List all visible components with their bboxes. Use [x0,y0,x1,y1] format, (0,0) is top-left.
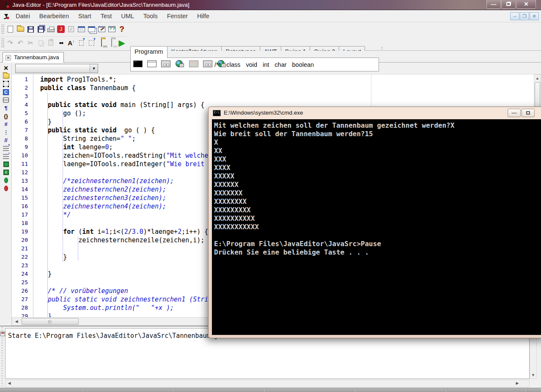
selection-frame-icon[interactable] [2,80,10,88]
window-restore-button[interactable] [501,0,516,9]
menu-item-uml[interactable]: UML [116,11,139,22]
method-combobox[interactable]: ▼ [15,64,98,73]
output-horizontal-scrollbar[interactable]: ◀ ▶ [5,380,530,387]
output-panel-icon[interactable] [0,332,5,336]
code-line[interactable]: 2public class Tannenbaum { [12,84,534,92]
line-number: 20 [12,236,30,244]
print-icon[interactable] [46,24,56,34]
scroll-up-icon[interactable]: ▲ [534,75,541,82]
hash-numbers-icon[interactable]: # [2,121,10,128]
code-text: /*zeichnesternchen1(zeichen); [30,177,174,185]
console-output[interactable]: Mit welchen zeichen soll der Tannenbaum … [212,119,541,335]
output-text: Starte E:\Program Files\JavaEditor\JavaS… [8,332,230,340]
block-marker-info-icon[interactable]: i [2,169,10,176]
menu-item-bearbeiten[interactable]: Bearbeiten [35,11,74,22]
toolbar-gripper[interactable] [3,38,4,48]
interface-view-icon[interactable] [76,24,86,34]
palette-snippet-boolean[interactable]: boolean [292,61,314,68]
line-number: 21 [12,244,30,253]
console-line: XX [214,147,454,155]
menu-item-datei[interactable]: Datei [11,11,35,22]
dialog-icon[interactable] [161,60,171,68]
save-icon[interactable] [25,24,36,34]
braces-icon[interactable]: {} [2,112,10,120]
output-panel-gripper[interactable] [0,327,5,389]
mdi-restore-button[interactable]: ❐ [520,12,529,20]
font-size-icon[interactable]: A↕ [66,38,76,48]
save-all-icon[interactable] [36,24,46,34]
file-tab-close-icon[interactable]: ✕ [5,55,11,60]
paragraph-marks-icon[interactable]: ¶ [2,104,10,112]
menu-item-test[interactable]: Test [96,11,117,22]
run-icon[interactable]: ▶ [117,38,127,48]
chevron-down-icon[interactable]: ▼ [90,64,98,73]
code-line[interactable]: 1import Prog1Tools.*; [12,75,534,84]
folder-search-icon[interactable] [2,72,10,79]
checklist-window-icon[interactable]: ✓✓ [107,24,117,34]
panel-icon[interactable] [189,60,199,68]
menu-items: DateiBearbeitenStartTestUMLToolsFensterH… [11,11,214,22]
search-icon[interactable]: ●● [56,38,66,48]
redo-icon[interactable]: ↷ [5,38,15,48]
window-minimize-button[interactable]: — [486,0,501,9]
editor-hscroll-thumb[interactable] [22,318,79,325]
applet-icon[interactable] [175,60,185,68]
code-text: zeichnesternchenzeile(zeichen,i); [30,236,204,244]
toolbar-row-main: J✓✓✓? [5,24,127,36]
scroll-left-icon[interactable]: ◀ [13,318,20,325]
mdi-minimize-button[interactable]: – [510,12,519,20]
jdk-icon[interactable]: J [56,24,66,34]
build-console-icon[interactable] [96,24,107,34]
file-tab-tannenbaum[interactable]: ✕ Tannenbaum.java [3,52,64,63]
menu-item-hilfe[interactable]: Hilfe [192,11,214,22]
toolbar-gripper[interactable] [1,38,3,48]
copy-icon[interactable] [36,38,46,48]
scroll-down-icon[interactable]: ▼ [530,372,536,378]
class-wizard-icon[interactable]: C [2,88,10,96]
toolbar-gripper[interactable] [3,25,4,35]
indent-decrease-icon[interactable] [2,153,10,160]
bug-red-icon[interactable] [2,185,10,192]
scroll-right-icon[interactable]: ▶ [514,380,521,387]
close-icon[interactable]: ✕ [2,64,10,71]
structure-lines-icon[interactable]: ⋮ [2,129,10,136]
insert-control-alt-icon[interactable] [86,38,96,48]
help-icon[interactable]: ? [117,24,127,34]
mdi-close-button[interactable]: ✕ [530,12,539,20]
menu-item-tools[interactable]: Tools [139,11,162,22]
console-minimize-button[interactable]: — [508,109,521,117]
new-file-icon[interactable] [5,24,15,34]
menu-item-fenster[interactable]: Fenster [162,11,192,22]
palette-snippet-char[interactable]: char [275,61,286,68]
palette-snippet-[interactable]: /** [214,61,221,68]
tab-programm[interactable]: Programm [130,46,168,58]
block-marker-icon[interactable] [2,161,10,168]
palette-snippet-void[interactable]: void [246,61,257,68]
structure-rows-icon[interactable] [2,96,10,104]
frame-icon[interactable] [147,60,157,68]
palette-snippet-class[interactable]: class [226,61,240,68]
console-maximize-button[interactable] [522,109,535,117]
console-program-icon[interactable] [133,60,143,68]
undo-icon[interactable]: ↶ [15,38,25,48]
toolbar-gripper[interactable] [1,25,3,35]
io-folder-icon[interactable]: 101 [96,38,107,48]
paste-icon[interactable] [46,38,56,48]
palette-snippet-int[interactable]: int [263,61,269,68]
menu-item-start[interactable]: Start [74,11,96,22]
bug-green-icon[interactable] [2,177,10,184]
code-line[interactable]: 3 [12,92,534,101]
window-close-button[interactable]: ✕ [516,0,536,9]
cut-icon[interactable]: ✂ [25,38,36,48]
mdi-child-icon[interactable] [3,13,10,20]
windows-cascade-icon[interactable] [86,24,96,34]
cmd-console-window[interactable]: C:\ E:\Windows\system32\cmd.exe — Mit we… [208,107,541,338]
console-title-bar[interactable]: C:\ E:\Windows\system32\cmd.exe — [209,107,541,119]
syntax-check-icon[interactable]: ✓ [66,24,76,34]
insert-control-icon[interactable] [76,38,86,48]
open-file-icon[interactable] [15,24,25,34]
scroll-left-icon[interactable]: ◀ [6,380,13,387]
line-number: 13 [12,177,30,185]
io-folder-disabled-icon[interactable]: 101 [107,38,117,48]
modal-dialog-icon[interactable] [203,60,213,68]
